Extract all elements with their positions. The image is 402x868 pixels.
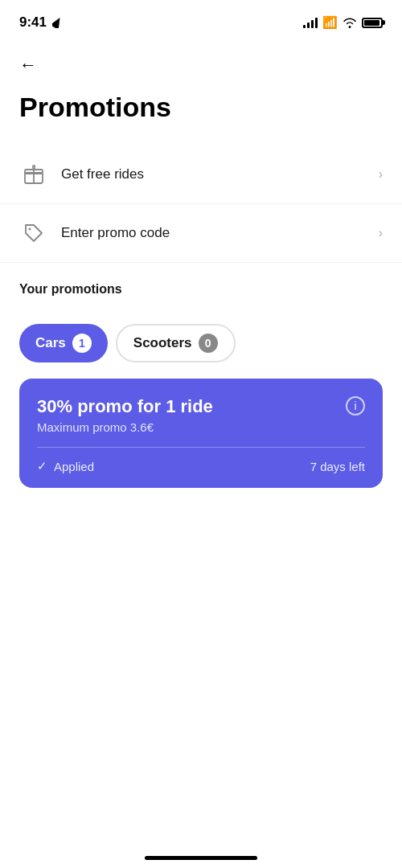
wifi-icon (343, 17, 357, 28)
status-icons: 📶 (303, 15, 383, 30)
tab-cars[interactable]: Cars 1 (19, 324, 108, 362)
applied-label: Applied (54, 460, 94, 473)
header: ← Promotions (0, 40, 402, 123)
tab-scooters[interactable]: Scooters 0 (116, 324, 236, 362)
promo-applied: ✓ Applied (37, 459, 94, 473)
back-button[interactable]: ← (19, 48, 37, 82)
check-icon: ✓ (37, 459, 47, 473)
chevron-right-icon: › (379, 226, 383, 240)
tag-icon (19, 219, 48, 248)
page-title: Promotions (19, 92, 383, 123)
your-promotions-section: Your promotions (0, 263, 402, 324)
days-left-label: 7 days left (310, 460, 365, 473)
promo-divider (37, 447, 365, 448)
promo-card: 30% promo for 1 ride i Maximum promo 3.6… (19, 379, 383, 488)
back-arrow-icon: ← (19, 55, 37, 76)
tab-cars-badge: 1 (72, 334, 92, 353)
tabs-row: Cars 1 Scooters 0 (0, 324, 402, 362)
status-bar: 9:41 📶 (0, 0, 402, 40)
promo-code-label: Enter promo code (61, 225, 379, 241)
promo-footer: ✓ Applied 7 days left (37, 459, 365, 473)
section-title: Your promotions (19, 282, 383, 297)
chevron-right-icon: › (379, 167, 383, 182)
tab-cars-label: Cars (35, 335, 66, 351)
status-time: 9:41 (19, 14, 62, 31)
tab-scooters-label: Scooters (133, 335, 192, 351)
gift-icon (19, 160, 48, 189)
promo-card-top: 30% promo for 1 ride i (37, 396, 365, 417)
wifi-icon: 📶 (322, 15, 338, 30)
promo-subtitle: Maximum promo 3.6€ (37, 420, 365, 434)
svg-point-3 (29, 228, 31, 231)
enter-promo-code-item[interactable]: Enter promo code › (0, 204, 402, 263)
free-rides-label: Get free rides (61, 166, 379, 182)
menu-list: Get free rides › Enter promo code › (0, 145, 402, 263)
promo-title: 30% promo for 1 ride (37, 396, 346, 417)
tab-scooters-badge: 0 (199, 334, 218, 353)
info-icon[interactable]: i (346, 396, 365, 416)
battery-icon (362, 18, 383, 28)
signal-bars-icon (303, 17, 318, 28)
home-indicator (145, 856, 257, 860)
get-free-rides-item[interactable]: Get free rides › (0, 145, 402, 204)
